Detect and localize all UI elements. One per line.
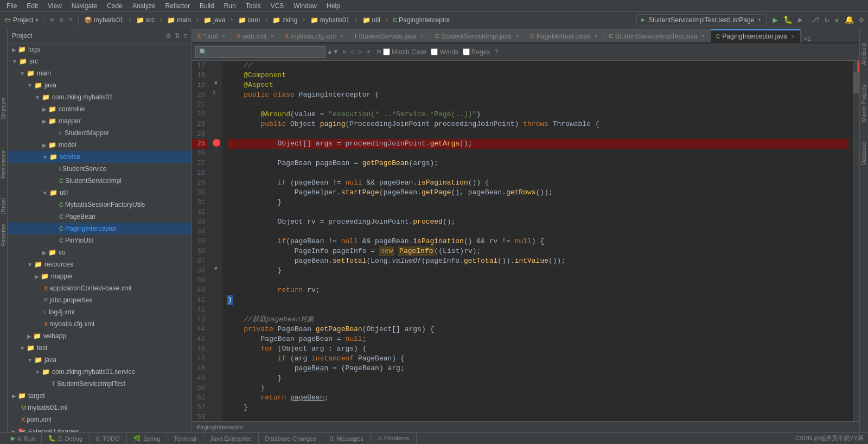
database-label[interactable]: Database xyxy=(860,137,868,169)
tab-close-page-method[interactable]: × xyxy=(595,33,598,39)
fold-44[interactable]: ▼ xyxy=(214,266,218,272)
breakpoint-25[interactable] xyxy=(213,139,220,147)
tree-student-mapper[interactable]: I StudentMapper xyxy=(8,127,192,139)
breadcrumb-java[interactable]: 📁 java xyxy=(203,16,225,24)
tree-service[interactable]: ▼ 📁 service xyxy=(8,151,192,163)
debug-button[interactable]: 🐛 xyxy=(783,15,793,24)
status-tab-spring[interactable]: 🌿 Spring xyxy=(127,433,168,445)
tree-resources-mapper[interactable]: ▶ 📁 mapper xyxy=(8,270,192,282)
tree-src[interactable]: ▼ 📁 src xyxy=(8,55,192,67)
breadcrumb-mybatis01[interactable]: 📁 mybatis01 xyxy=(310,16,350,24)
menu-code[interactable]: Code xyxy=(103,1,127,11)
tree-logs[interactable]: ▶ 📁 logs xyxy=(8,43,192,55)
code-content[interactable]: // @Component @Aspect public class Pagin… xyxy=(222,61,853,421)
menu-view[interactable]: View xyxy=(43,1,66,11)
tree-resources[interactable]: ▼ 📁 resources xyxy=(8,258,192,270)
toolbar-icon-more[interactable]: ≡ xyxy=(69,16,73,24)
breadcrumb-paging[interactable]: C PagingInterceptor xyxy=(393,16,450,24)
find-prev[interactable]: ▲ xyxy=(328,48,331,56)
tree-test-java[interactable]: ▼ 📁 java xyxy=(8,354,192,366)
bookmark-icon[interactable]: ★ xyxy=(834,15,839,24)
menu-analyze[interactable]: Analyze xyxy=(128,1,160,11)
vertical-scrollbar[interactable] xyxy=(853,61,859,421)
tree-mapper[interactable]: ▶ 📁 mapper xyxy=(8,115,192,127)
status-tab-db-changes[interactable]: Database Changes xyxy=(259,433,323,445)
tab-xml-star[interactable]: X *.xml × xyxy=(192,29,231,42)
tab-overflow[interactable]: »1 xyxy=(801,36,814,42)
jrebel-label[interactable]: JRebel xyxy=(0,194,8,219)
tab-student-service[interactable]: I StudentService.java × xyxy=(349,29,430,42)
tab-close-student-service-impl[interactable]: × xyxy=(516,33,519,39)
menu-build[interactable]: Build xyxy=(195,1,219,11)
match-case-checkbox[interactable]: Match Case xyxy=(383,48,426,56)
vcs-icon[interactable]: ⎇ xyxy=(810,15,819,24)
project-panel-sort[interactable]: ⇅ xyxy=(175,32,180,40)
tree-student-service[interactable]: I StudentService xyxy=(8,163,192,175)
regex-help[interactable]: ? xyxy=(495,48,499,56)
fold-23[interactable]: ▼ xyxy=(214,80,218,86)
tree-test[interactable]: ▼ 📁 test xyxy=(8,342,192,354)
menu-run[interactable]: Run xyxy=(220,1,240,11)
tree-paging-interceptor[interactable]: C PagingInterceptor xyxy=(8,223,192,234)
maven-projects-label[interactable]: Maven Projects xyxy=(860,80,868,126)
tree-mybatis-cfg[interactable]: X mybatis.cfg.xml xyxy=(8,318,192,330)
tree-page-bean[interactable]: C PageBean xyxy=(8,211,192,223)
scrollbar-thumb[interactable] xyxy=(853,72,859,93)
find-next[interactable]: ▼ xyxy=(334,48,337,56)
breadcrumb-util[interactable]: 📁 util xyxy=(362,16,380,24)
tab-close-mybatis-cfg[interactable]: × xyxy=(340,33,343,39)
menu-file[interactable]: File xyxy=(2,1,21,11)
tree-target[interactable]: ▶ 📁 target xyxy=(8,390,192,402)
tab-web-xml[interactable]: X web.xml × xyxy=(231,29,280,42)
tab-paging-interceptor[interactable]: C PagingInterceptor.java × xyxy=(711,29,801,42)
tree-jdbc-props[interactable]: P jdbc.properties xyxy=(8,294,192,306)
settings-icon[interactable]: ⚙ xyxy=(859,15,864,24)
tree-mybatis-session[interactable]: C MybatisSessionFactoryUtils xyxy=(8,199,192,211)
search-in-file[interactable]: ⌖ xyxy=(367,48,371,56)
breadcrumb-zking[interactable]: 📁 zking xyxy=(272,16,297,24)
tree-webapp[interactable]: ▶ 📁 webapp xyxy=(8,330,192,342)
tree-model[interactable]: ▶ 📁 model xyxy=(8,139,192,151)
menu-navigate[interactable]: Navigate xyxy=(67,1,101,11)
tree-vo[interactable]: ▶ 📁 vo xyxy=(8,246,192,258)
breadcrumb-main[interactable]: 📁 main xyxy=(167,16,191,24)
tree-student-impl-test[interactable]: T StudentServiceImplTest xyxy=(8,378,192,390)
status-tab-run[interactable]: ▶ 4: Run xyxy=(4,433,42,445)
breadcrumb-module[interactable]: 📦 mybatis01 xyxy=(84,16,124,24)
toolbar-icon-sort[interactable]: ⇅ xyxy=(60,16,63,24)
tree-student-service-impl[interactable]: C StudentServiceImpl xyxy=(8,175,192,187)
tree-appcontext[interactable]: X applicationContext-base.xml xyxy=(8,282,192,294)
tree-external-libs[interactable]: ▶ 📚 External Libraries xyxy=(8,426,192,432)
menu-help[interactable]: Help xyxy=(322,1,344,11)
project-panel-settings[interactable]: ⚙ xyxy=(165,32,171,40)
tab-mybatis-cfg[interactable]: X mybatis.cfg.xml × xyxy=(280,29,349,42)
tree-test-service[interactable]: ▼ 📁 com.zking.mybatis01.service xyxy=(8,366,192,378)
menu-vcs[interactable]: VCS xyxy=(266,1,289,11)
tree-main[interactable]: ▼ 📁 main xyxy=(8,67,192,79)
find-close[interactable]: ✕ xyxy=(342,48,346,56)
tree-log4j[interactable]: L log4j.xml xyxy=(8,306,192,318)
run-config-selector[interactable]: ▶ StudentServiceImplTest.testListPage ▾ xyxy=(636,14,766,26)
favorites-label[interactable]: Favorites xyxy=(0,219,8,250)
filter-icon[interactable]: ⊞ xyxy=(377,48,381,56)
notification-icon[interactable]: 🔔 xyxy=(845,15,854,24)
tab-page-method[interactable]: C PageMethod.class × xyxy=(525,29,604,42)
status-tab-java-enterprise[interactable]: Java Enterprise xyxy=(203,433,258,445)
tree-iml[interactable]: M mybatis01.iml xyxy=(8,402,192,414)
menu-refactor[interactable]: Refactor xyxy=(161,1,194,11)
tree-pom[interactable]: X pom.xml xyxy=(8,414,192,426)
find-regex-prev[interactable]: ◁ xyxy=(350,48,354,56)
tab-close-xml-star[interactable]: × xyxy=(222,33,225,39)
tab-close-web-xml[interactable]: × xyxy=(271,33,274,39)
breadcrumb-com[interactable]: 📁 com xyxy=(238,16,260,24)
tree-controller[interactable]: ▶ 📁 controller xyxy=(8,103,192,115)
menu-window[interactable]: Window xyxy=(289,1,321,11)
update-icon[interactable]: ↻ xyxy=(825,15,829,24)
tree-java[interactable]: ▼ 📁 java xyxy=(8,79,192,91)
breadcrumb-src[interactable]: 📁 src xyxy=(136,16,155,24)
status-tab-messages[interactable]: 0: Messages xyxy=(323,433,371,445)
search-input[interactable] xyxy=(195,46,326,58)
menu-tools[interactable]: Tools xyxy=(241,1,265,11)
regex-checkbox[interactable]: Regex xyxy=(463,48,490,56)
find-regex-next[interactable]: ▷ xyxy=(359,48,362,56)
